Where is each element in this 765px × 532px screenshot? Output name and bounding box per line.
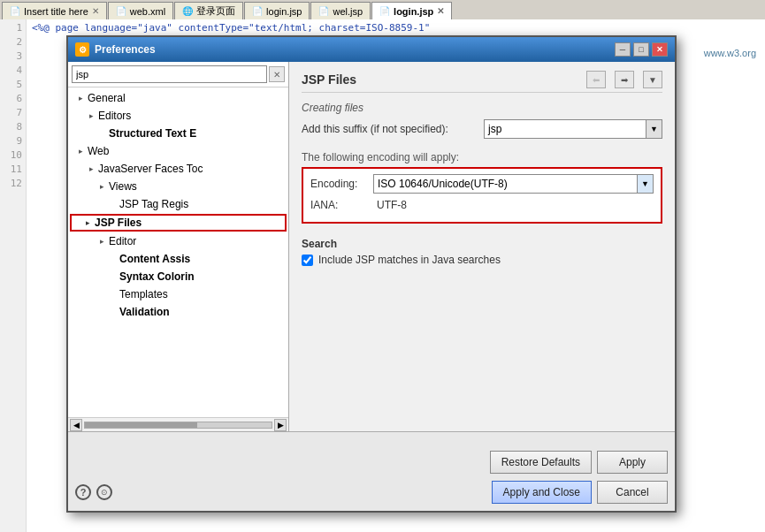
maximize-button[interactable]: □ <box>633 42 649 57</box>
tree-panel: ✕ ▸ General ▸ Editors <box>68 62 289 431</box>
tree-item-templates[interactable]: Templates <box>68 285 288 303</box>
suffix-label: Add this suffix (if not specified): <box>302 123 478 135</box>
tree-item-editor[interactable]: ▸ Editor <box>68 232 288 250</box>
iana-value: UTF-8 <box>373 197 410 213</box>
titlebar-buttons: ─ □ ✕ <box>615 42 668 57</box>
nav-dropdown-button[interactable]: ▼ <box>643 71 662 88</box>
checkbox-row: Include JSP matches in Java searches <box>302 254 662 266</box>
tree-item-views[interactable]: ▸ Views <box>68 178 288 195</box>
nav-separator2 <box>636 71 641 88</box>
tab-icon-webxml: 📄 <box>116 6 126 16</box>
line-numbers: 1 2 3 4 5 6 7 8 9 10 11 12 <box>0 19 27 532</box>
tree-label-general: General <box>88 92 126 104</box>
content-title: JSP Files <box>302 72 356 87</box>
footer-top-buttons: Restore Defaults Apply <box>68 432 675 477</box>
tree-label-editors: Editors <box>98 110 131 122</box>
suffix-value: jsp <box>484 119 646 139</box>
tree-item-jsp-files[interactable]: ▸ JSP Files <box>70 214 287 232</box>
tree-content: ▸ General ▸ Editors Structured Text E <box>68 87 288 417</box>
tree-search-clear-button[interactable]: ✕ <box>269 66 285 82</box>
tree-search-input[interactable] <box>72 65 267 83</box>
code-line-1: <%@ page language="java" contentType="te… <box>32 21 760 35</box>
help-icon[interactable]: ? <box>75 484 91 500</box>
tree-scrollbar-area: ◀ ▶ <box>68 417 288 431</box>
tree-label-editor: Editor <box>109 235 136 247</box>
tree-item-syntax-coloring[interactable]: Syntax Colorin <box>68 268 288 285</box>
tree-label-content-assist: Content Assis <box>119 253 190 265</box>
tab-loginjsp1[interactable]: 📄 login.jsp <box>244 2 310 19</box>
minimize-button[interactable]: ─ <box>615 42 631 57</box>
encoding-section: Encoding: ISO 10646/Unicode(UTF-8) ▼ IAN… <box>302 167 662 224</box>
suffix-value-text: jsp <box>488 123 501 135</box>
tab-icon-loginjsp1: 📄 <box>252 6 263 16</box>
close-icon-insert[interactable]: ✕ <box>92 6 99 16</box>
tree-label-syntax-coloring: Syntax Colorin <box>119 270 195 283</box>
expand-icon-jspfiles: ▸ <box>86 218 95 227</box>
suffix-dropdown-button[interactable]: ▼ <box>646 119 662 139</box>
tab-label-denglu: 登录页面 <box>196 4 235 18</box>
nav-separator <box>608 71 613 88</box>
tree-item-web[interactable]: ▸ Web <box>68 142 288 160</box>
tab-denglu[interactable]: 🌐 登录页面 <box>174 2 243 19</box>
creating-files-section: Creating files Add this suffix (if not s… <box>302 102 662 146</box>
tree-item-editors[interactable]: ▸ Editors <box>68 107 288 125</box>
tree-scrollbar-thumb[interactable] <box>85 422 197 428</box>
creating-files-label: Creating files <box>302 102 662 114</box>
search-section-title: Search <box>302 238 662 250</box>
tree-item-jsf[interactable]: ▸ JavaServer Faces Toc <box>68 160 288 178</box>
close-icon-loginjsp2[interactable]: ✕ <box>437 6 444 16</box>
tree-label-templates: Templates <box>119 288 168 300</box>
link-icon[interactable]: ⊙ <box>96 484 112 500</box>
tab-icon-insert: 📄 <box>10 6 20 16</box>
dialog-footer: Restore Defaults Apply ? ⊙ Apply and Clo… <box>68 431 675 511</box>
checkbox-label: Include JSP matches in Java searches <box>318 254 501 266</box>
tree-item-structured-text[interactable]: Structured Text E <box>68 125 288 142</box>
tree-label-web: Web <box>88 145 109 157</box>
cancel-button[interactable]: Cancel <box>597 481 668 504</box>
tab-weljsp[interactable]: 📄 wel.jsp <box>310 2 371 19</box>
expand-icon-editors: ▸ <box>89 111 98 120</box>
tab-icon-weljsp: 📄 <box>318 6 329 16</box>
tab-webxml[interactable]: 📄 web.xml <box>108 2 173 19</box>
dialog-body: ✕ ▸ General ▸ Editors <box>68 62 675 431</box>
encoding-row: Encoding: ISO 10646/Unicode(UTF-8) ▼ <box>310 174 654 194</box>
expand-icon-editor: ▸ <box>100 237 109 246</box>
tree-item-general[interactable]: ▸ General <box>68 89 288 107</box>
tree-label-jsf: JavaServer Faces Toc <box>98 163 203 175</box>
apply-button[interactable]: Apply <box>597 451 668 474</box>
nav-back-button[interactable]: ⬅ <box>586 71 606 88</box>
tab-icon-loginjsp2: 📄 <box>379 6 390 16</box>
expand-icon-views: ▸ <box>100 182 109 191</box>
scroll-right-button[interactable]: ▶ <box>274 419 287 431</box>
apply-and-close-button[interactable]: Apply and Close <box>492 481 592 504</box>
dialog-title-text: Preferences <box>95 43 156 56</box>
restore-defaults-button[interactable]: Restore Defaults <box>490 451 592 474</box>
tree-item-jsp-tag[interactable]: JSP Tag Regis <box>68 195 288 213</box>
expand-icon-jsf: ▸ <box>89 164 98 173</box>
jsp-matches-checkbox[interactable] <box>302 255 313 266</box>
tab-label-loginjsp1: login.jsp <box>266 6 302 17</box>
tree-label-validation: Validation <box>119 306 170 318</box>
scroll-left-button[interactable]: ◀ <box>70 419 82 431</box>
dialog-titlebar: ⚙ Preferences ─ □ ✕ <box>68 37 675 62</box>
tree-item-content-assist[interactable]: Content Assis <box>68 250 288 268</box>
tab-insert-title[interactable]: 📄 Insert title here ✕ <box>2 2 107 19</box>
footer-bottom: ? ⊙ Apply and Close Cancel <box>68 477 675 511</box>
w3org-link: www.w3.org <box>704 48 756 58</box>
tree-item-validation[interactable]: Validation <box>68 303 288 321</box>
content-header: JSP Files ⬅ ➡ ▼ <box>302 71 662 93</box>
tab-bar: 📄 Insert title here ✕ 📄 web.xml 🌐 登录页面 📄… <box>0 0 765 19</box>
suffix-select-wrapper: jsp ▼ <box>484 119 662 139</box>
suffix-row: Add this suffix (if not specified): jsp … <box>302 119 662 139</box>
tab-icon-denglu: 🌐 <box>182 6 193 16</box>
tab-loginjsp2[interactable]: 📄 login.jsp ✕ <box>371 2 452 19</box>
close-button[interactable]: ✕ <box>652 42 668 57</box>
footer-bottom-right-buttons: Apply and Close Cancel <box>492 481 668 504</box>
nav-forward-button[interactable]: ➡ <box>615 71 634 88</box>
encoding-dropdown-button[interactable]: ▼ <box>638 174 654 194</box>
preferences-dialog: ⚙ Preferences ─ □ ✕ ✕ ▸ General <box>66 35 677 513</box>
expand-icon-web: ▸ <box>79 147 88 156</box>
preferences-icon: ⚙ <box>75 42 89 57</box>
help-icons: ? ⊙ <box>75 484 112 500</box>
dialog-title-left: ⚙ Preferences <box>75 42 156 57</box>
